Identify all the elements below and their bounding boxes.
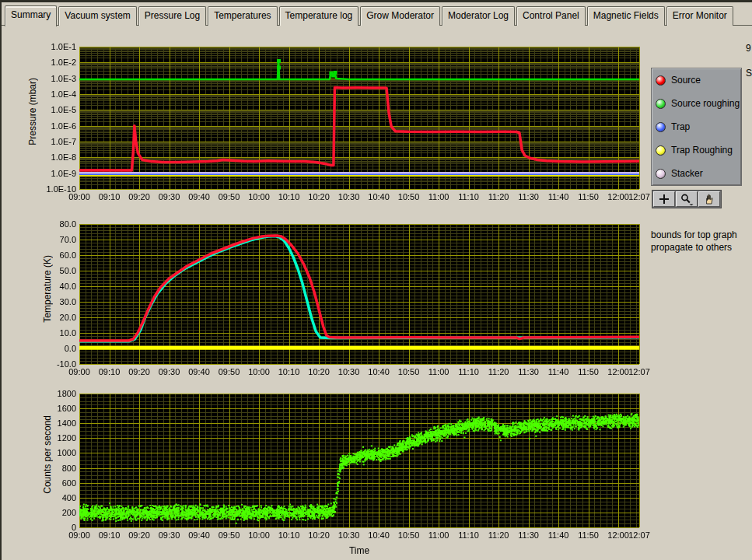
tab-temperature-log[interactable]: Temperature log [279,6,359,26]
crosshair-icon [658,193,670,205]
legend-led-icon [656,122,666,132]
legend-item-trap[interactable]: Trap [652,115,741,138]
clipped-text-bottom: S [746,68,752,79]
legend-led-icon [656,145,666,156]
tab-temperatures[interactable]: Temperatures [208,6,277,26]
legend-led-icon [656,75,666,86]
legend-item-source[interactable]: Source [652,68,741,92]
pressure-legend: SourceSource roughingTrapTrap RoughingSt… [651,68,742,186]
time-axis-label: Time [79,545,639,556]
legend-item-source-roughing[interactable]: Source roughing [652,92,741,115]
legend-item-label: Stacker [671,168,703,179]
legend-item-label: Trap Roughing [671,145,733,156]
legend-item-label: Source [671,75,701,86]
legend-item-label: Source roughing [671,98,740,109]
tab-magnetic-fields[interactable]: Magnetic Fields [587,6,665,26]
pan-tool-button[interactable] [698,191,720,207]
bounds-note-line2: propagate to others [651,241,752,254]
tab-error-monitor[interactable]: Error Monitor [666,6,733,26]
legend-led-icon [656,99,666,109]
bounds-note-line1: bounds for top graph [651,229,752,241]
app-window: SummaryVacuum systemPressure LogTemperat… [0,0,752,560]
legend-item-stacker[interactable]: Stacker [652,162,741,185]
legend-item-trap-roughing[interactable]: Trap Roughing [652,138,741,162]
crosshair-tool-button[interactable] [653,191,675,207]
tab-vacuum-system[interactable]: Vacuum system [58,6,136,26]
tab-grow-moderator[interactable]: Grow Moderator [360,6,440,26]
tab-bar: SummaryVacuum systemPressure LogTemperat… [2,2,752,26]
counts-graph[interactable] [44,387,651,555]
graph-palette [652,190,722,208]
magnifier-icon [680,193,694,205]
bounds-note: bounds for top graph propagate to others [651,229,752,254]
pressure-graph[interactable] [44,40,651,208]
clipped-text-top: 9 [746,43,751,54]
pressure-axis-label: Pressure (mbar) [27,78,38,145]
legend-led-icon [656,169,666,179]
tab-moderator-log[interactable]: Moderator Log [442,6,515,26]
tab-control-panel[interactable]: Control Panel [516,6,586,26]
legend-item-label: Trap [671,121,690,132]
hand-icon [703,193,715,205]
tab-summary[interactable]: Summary [5,5,57,26]
tab-pressure-log[interactable]: Pressure Log [138,6,206,26]
temperature-graph[interactable] [44,217,651,385]
zoom-tool-button[interactable] [676,191,698,207]
